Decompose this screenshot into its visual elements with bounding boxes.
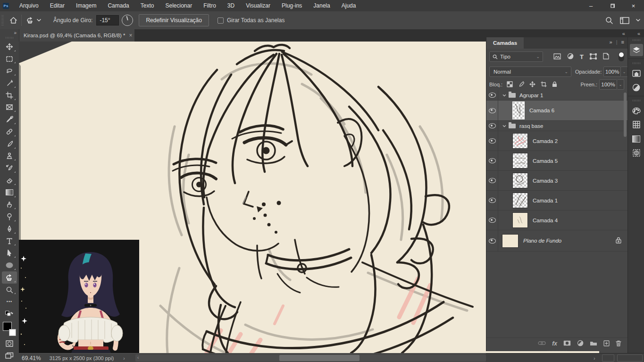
tool-preset-chevron-icon[interactable] [37, 19, 41, 22]
layer-row-rasq-base[interactable]: rasq base [486, 121, 628, 131]
menu-camada[interactable]: Camada [102, 2, 134, 9]
lock-position-icon[interactable] [529, 81, 535, 88]
chevron-down-icon[interactable] [502, 124, 507, 128]
lasso-tool[interactable] [2, 65, 17, 77]
horizontal-scrollbar-thumb[interactable] [279, 355, 360, 361]
dodge-tool[interactable] [2, 210, 17, 223]
fill-chevron[interactable]: ⌄ [617, 79, 624, 90]
toolbar-expand-icon[interactable]: » [14, 30, 16, 35]
delete-layer-icon[interactable] [616, 340, 621, 347]
canvas[interactable] [19, 42, 486, 353]
filter-toggle[interactable] [619, 52, 624, 61]
new-adjustment-layer-icon[interactable] [577, 340, 584, 347]
opacity-chevron[interactable]: ⌄ [621, 67, 628, 77]
visibility-toggle[interactable] [486, 238, 498, 244]
layer-row-camada-2[interactable]: Camada 2 [486, 131, 628, 151]
new-layer-icon[interactable] [603, 340, 610, 347]
foreground-background-colors[interactable] [2, 322, 17, 336]
restore-button[interactable] [602, 0, 623, 11]
clone-stamp-tool[interactable] [2, 150, 17, 162]
tab-close-icon[interactable]: × [129, 32, 133, 39]
healing-brush-tool[interactable] [2, 126, 17, 138]
status-chevron-icon[interactable]: › [123, 355, 125, 361]
layer-label[interactable]: Camada 5 [533, 158, 558, 164]
visibility-toggle[interactable] [486, 158, 498, 163]
rotation-dial[interactable] [122, 15, 133, 26]
layer-row-camada-5[interactable]: Camada 5 [486, 151, 628, 171]
layer-row-agrupar-1[interactable]: Agrupar 1 [486, 90, 628, 101]
filter-type-select[interactable]: Tipo ⌄ [489, 51, 543, 62]
eraser-tool[interactable] [2, 174, 17, 186]
menu-imagem[interactable]: Imagem [70, 2, 102, 9]
lock-pixels-icon[interactable] [518, 81, 524, 88]
zoom-level[interactable]: 69.41% [22, 355, 41, 362]
new-group-icon[interactable] [590, 340, 597, 347]
layer-row-camada-3[interactable]: Camada 3 [486, 171, 628, 191]
document-tab[interactable]: Kirara.psd @ 69,4% (Camada 6, RGB/8) * × [19, 29, 134, 42]
panel-scrollbar-thumb[interactable] [624, 93, 627, 137]
layer-thumbnail[interactable] [512, 101, 525, 119]
menu-plugins[interactable]: Plug-ins [276, 2, 308, 9]
rotate-view-tool-icon[interactable] [25, 16, 35, 25]
menu-ajuda[interactable]: Ajuda [336, 2, 362, 9]
options-bar-grip[interactable] [1, 15, 4, 25]
path-select-tool[interactable] [2, 247, 17, 259]
dock-grip[interactable] [633, 62, 640, 64]
screen-mode-icon[interactable] [2, 350, 17, 362]
layer-thumbnail[interactable] [512, 173, 528, 188]
visibility-toggle[interactable] [486, 218, 498, 223]
background-color-swatch[interactable] [9, 329, 16, 336]
horizontal-scrollbar[interactable]: ‹ [135, 354, 486, 362]
gradients-panel-icon[interactable] [630, 133, 643, 145]
layer-thumbnail[interactable] [512, 193, 528, 208]
toolbar-grip[interactable] [6, 37, 13, 39]
layer-label[interactable]: Camada 6 [529, 108, 554, 113]
layer-row-camada-1[interactable]: Camada 1 [486, 191, 628, 210]
edit-toolbar-icon[interactable]: ••• [2, 295, 17, 308]
patterns-panel-icon[interactable] [630, 147, 643, 159]
menu-visualizar[interactable]: Visualizar [240, 2, 276, 9]
swatches-panel-icon[interactable] [630, 118, 643, 131]
menu-selecionar[interactable]: Selecionar [159, 2, 198, 9]
layer-label[interactable]: Camada 2 [533, 138, 558, 144]
move-tool[interactable] [2, 41, 17, 53]
magic-wand-tool[interactable] [2, 77, 17, 89]
menu-filtro[interactable]: Filtro [198, 2, 222, 9]
filter-smart-objects-icon[interactable] [603, 53, 609, 60]
visibility-toggle[interactable] [486, 108, 498, 113]
layer-row-camada-6[interactable]: Camada 6 [486, 101, 628, 121]
canvas-sketch[interactable] [19, 42, 486, 353]
layer-label[interactable]: Camada 3 [533, 178, 558, 184]
lock-transparency-icon[interactable] [507, 81, 513, 88]
visibility-toggle[interactable] [486, 123, 498, 128]
filter-shape-layers-icon[interactable] [590, 53, 597, 60]
filter-adjustment-layers-icon[interactable] [567, 53, 574, 60]
home-icon[interactable] [9, 17, 17, 24]
visibility-toggle[interactable] [486, 198, 498, 203]
adjustments-panel-icon[interactable] [630, 81, 643, 93]
layer-label[interactable]: Camada 1 [533, 198, 558, 203]
eyedropper-tool[interactable] [2, 113, 17, 126]
type-tool[interactable] [2, 235, 17, 247]
fill-input[interactable]: 100% [599, 79, 617, 90]
layer-label[interactable]: rasq base [519, 123, 544, 129]
collapse-dock-icon[interactable]: « [637, 31, 640, 36]
ellipse-tool[interactable] [2, 259, 17, 271]
lock-all-icon[interactable] [552, 81, 557, 88]
visibility-toggle[interactable] [486, 178, 498, 183]
close-button[interactable]: × [623, 0, 644, 11]
dock-grip[interactable] [633, 100, 640, 101]
blend-mode-select[interactable]: Normal ⌄ [489, 67, 571, 77]
scroll-left-icon[interactable]: ‹ [137, 355, 139, 360]
opacity-input[interactable]: 100% [603, 67, 621, 77]
gradient-tool[interactable] [2, 186, 17, 199]
link-layers-icon[interactable] [538, 341, 546, 346]
pen-tool[interactable] [2, 223, 17, 235]
chevron-down-icon[interactable] [502, 93, 507, 98]
layer-thumbnail[interactable] [502, 234, 519, 248]
workspace-chevron-icon[interactable] [636, 19, 640, 22]
default-colors-icon[interactable] [2, 308, 17, 320]
reset-view-button[interactable]: Redefinir Visualização [139, 14, 209, 26]
layer-style-icon[interactable]: fx [552, 340, 557, 347]
layer-thumbnail[interactable] [512, 133, 528, 149]
